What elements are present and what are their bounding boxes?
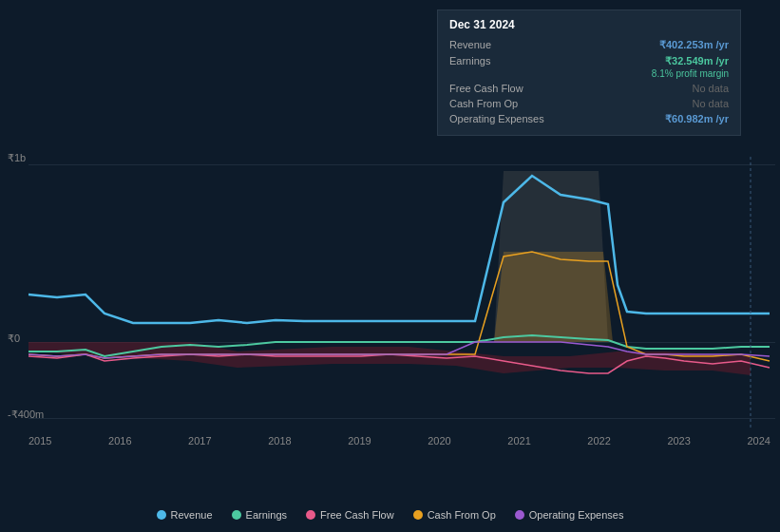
tooltip-row-earnings: Earnings ₹32.549m /yr 8.1% profit margin: [449, 53, 729, 81]
tooltip-label-opex: Operating Expenses: [449, 113, 554, 125]
legend-dot-earnings: [232, 510, 241, 520]
chart-area: ₹1b ₹0 -₹400m: [0, 147, 780, 461]
tooltip-value-opex: ₹60.982m /yr: [665, 113, 729, 125]
x-label-2023: 2023: [667, 435, 690, 446]
tooltip-row-cashfromop: Cash From Op No data: [449, 96, 729, 111]
chart-svg: [0, 147, 780, 461]
tooltip-value-earnings: ₹32.549m /yr: [665, 55, 729, 66]
x-label-2017: 2017: [188, 435, 211, 446]
x-label-2015: 2015: [29, 435, 51, 446]
tooltip-value-revenue: ₹402.253m /yr: [659, 39, 729, 51]
x-label-2016: 2016: [108, 435, 131, 446]
tooltip-label-fcf: Free Cash Flow: [449, 83, 554, 94]
legend-label-revenue: Revenue: [171, 509, 213, 521]
earnings-area-below: [29, 342, 751, 375]
legend-item-revenue[interactable]: Revenue: [157, 509, 213, 521]
tooltip-label-cashfromop: Cash From Op: [449, 98, 554, 109]
legend-item-opex[interactable]: Operating Expenses: [515, 509, 624, 521]
cash-from-op-area: [494, 252, 613, 342]
x-label-2021: 2021: [507, 435, 530, 446]
chart-legend: Revenue Earnings Free Cash Flow Cash Fro…: [0, 509, 780, 521]
x-label-2018: 2018: [268, 435, 291, 446]
x-label-2019: 2019: [348, 435, 371, 446]
revenue-line: [29, 176, 770, 323]
tooltip-sub-earnings: 8.1% profit margin: [652, 68, 729, 79]
tooltip-row-fcf: Free Cash Flow No data: [449, 81, 729, 96]
tooltip-value-fcf: No data: [692, 83, 729, 94]
x-label-2020: 2020: [428, 435, 450, 446]
x-label-2024: 2024: [747, 435, 770, 446]
tooltip-label-earnings: Earnings: [449, 55, 554, 79]
legend-item-fcf[interactable]: Free Cash Flow: [306, 509, 394, 521]
tooltip-value-cashfromop: No data: [692, 98, 729, 109]
legend-item-cashfromop[interactable]: Cash From Op: [413, 509, 496, 521]
legend-dot-fcf: [306, 510, 315, 520]
tooltip-row-revenue: Revenue ₹402.253m /yr: [449, 37, 729, 53]
legend-dot-cashfromop: [413, 510, 423, 520]
x-axis: 2015 2016 2017 2018 2019 2020 2021 2022 …: [29, 435, 770, 446]
x-label-2022: 2022: [587, 435, 610, 446]
tooltip-label-revenue: Revenue: [449, 39, 554, 51]
tooltip-card: Dec 31 2024 Revenue ₹402.253m /yr Earnin…: [437, 10, 741, 136]
tooltip-date: Dec 31 2024: [449, 18, 729, 31]
legend-label-fcf: Free Cash Flow: [320, 509, 394, 521]
tooltip-row-opex: Operating Expenses ₹60.982m /yr: [449, 111, 729, 127]
legend-label-opex: Operating Expenses: [529, 509, 624, 521]
legend-dot-revenue: [157, 510, 166, 520]
legend-item-earnings[interactable]: Earnings: [232, 509, 287, 521]
legend-label-cashfromop: Cash From Op: [428, 509, 496, 521]
legend-dot-opex: [515, 510, 524, 520]
legend-label-earnings: Earnings: [246, 509, 287, 521]
